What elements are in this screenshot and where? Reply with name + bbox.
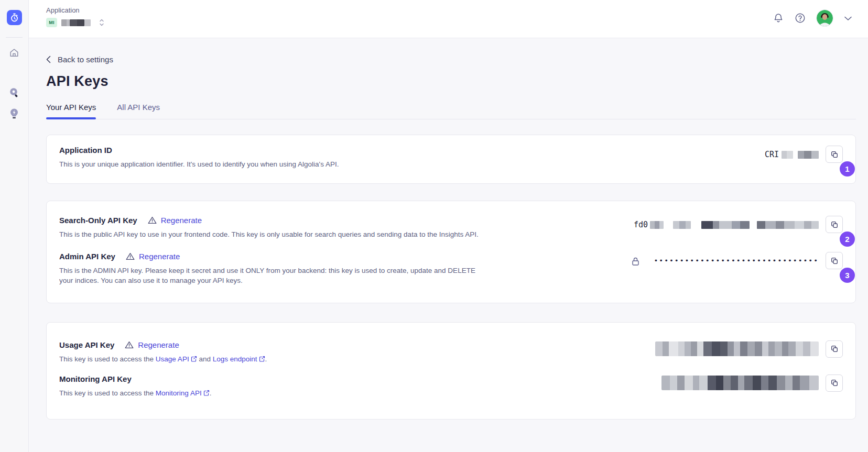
application-id-title: Application ID <box>59 146 112 155</box>
select-chevrons-icon <box>99 18 104 27</box>
monitoring-key-row: Monitoring API Key This key is used to a… <box>47 370 855 419</box>
usage-key-description: This key is used to access the Usage API… <box>59 354 267 364</box>
copy-application-id-button[interactable] <box>826 146 843 163</box>
back-to-settings-label: Back to settings <box>58 55 113 64</box>
usage-key-redacted-value <box>655 341 819 356</box>
usage-desc-suffix: . <box>265 355 267 363</box>
regenerate-usage-label: Regenerate <box>138 340 179 349</box>
copy-icon <box>830 150 839 159</box>
home-icon <box>9 48 19 58</box>
annotation-badge-1: 1 <box>840 161 855 177</box>
sidebar <box>0 0 29 452</box>
monitoring-key-redacted-value <box>661 376 819 390</box>
admin-key-masked-value: •••••••••••••••••••••••••••••••• <box>654 257 819 264</box>
bell-icon <box>773 13 784 24</box>
lock-icon <box>631 257 640 266</box>
usage-api-link[interactable]: Usage API <box>156 355 197 363</box>
regenerate-search-only-link[interactable]: Regenerate <box>148 216 202 225</box>
annotation-badge-3: 3 <box>840 268 855 283</box>
help-button[interactable] <box>795 13 806 24</box>
usage-desc-prefix: This key is used to access the <box>59 355 156 363</box>
copy-icon <box>830 379 839 387</box>
app-root: Application MI <box>0 0 868 452</box>
notifications-button[interactable] <box>773 13 784 24</box>
main-column: Application MI <box>29 0 868 452</box>
copy-icon <box>830 257 839 265</box>
app-logo-button[interactable] <box>7 10 22 25</box>
sidebar-item-ideas[interactable] <box>7 107 21 120</box>
logs-endpoint-link[interactable]: Logs endpoint <box>213 355 265 363</box>
monitoring-key-description: This key is used to access the Monitorin… <box>59 388 211 398</box>
monitoring-api-link[interactable]: Monitoring API <box>156 389 210 397</box>
external-link-icon <box>191 356 197 362</box>
chevron-left-icon <box>46 56 51 63</box>
search-only-key-title: Search-Only API Key <box>59 216 137 225</box>
back-to-settings-link[interactable]: Back to settings <box>46 55 113 64</box>
chevron-down-icon <box>844 16 852 21</box>
copy-usage-key-button[interactable] <box>826 340 843 358</box>
user-avatar[interactable] <box>817 10 833 26</box>
application-name-redacted <box>61 19 91 26</box>
sidebar-divider <box>6 37 23 38</box>
external-link-icon <box>203 390 210 396</box>
warning-triangle-icon <box>148 216 157 224</box>
copy-monitoring-key-button[interactable] <box>826 374 843 392</box>
monitoring-desc-suffix: . <box>210 389 212 397</box>
regenerate-admin-label: Regenerate <box>139 252 180 261</box>
application-selector-label: Application <box>46 6 104 14</box>
search-magnifier-icon <box>8 87 20 98</box>
help-icon <box>795 13 806 24</box>
account-menu-button[interactable] <box>844 16 852 21</box>
usage-desc-middle: and <box>197 355 213 363</box>
avatar-image <box>817 10 833 26</box>
stopwatch-logo-icon <box>10 13 19 22</box>
page-title: API Keys <box>46 73 856 90</box>
admin-key-title: Admin API Key <box>59 252 115 261</box>
search-only-key-value: fd0 <box>634 220 819 229</box>
tab-all-api-keys[interactable]: All API Keys <box>117 103 160 119</box>
monitoring-desc-prefix: This key is used to access the <box>59 389 156 397</box>
sidebar-item-home[interactable] <box>7 47 21 59</box>
regenerate-admin-link[interactable]: Regenerate <box>126 252 180 261</box>
copy-admin-key-button[interactable] <box>826 252 843 269</box>
external-link-icon <box>259 356 265 362</box>
warning-triangle-icon <box>126 252 135 260</box>
application-initials-chip: MI <box>46 18 57 27</box>
annotation-badge-2: 2 <box>840 231 855 247</box>
search-only-key-row: Search-Only API Key Regenerate This is <box>47 201 855 247</box>
usage-monitoring-card: Usage API Key Regenerate <box>46 322 856 420</box>
regenerate-usage-link[interactable]: Regenerate <box>125 340 179 349</box>
application-id-value: CRI <box>765 150 819 159</box>
topbar-actions <box>773 0 852 26</box>
application-selector[interactable]: Application MI <box>46 0 104 27</box>
usage-key-title: Usage API Key <box>59 340 114 349</box>
content-area: Back to settings API Keys Your API Keys … <box>29 38 868 452</box>
tab-your-api-keys[interactable]: Your API Keys <box>46 103 96 119</box>
api-keys-card: Search-Only API Key Regenerate This is <box>46 201 856 303</box>
warning-triangle-icon <box>125 341 134 349</box>
idea-bulb-icon <box>9 108 19 119</box>
admin-key-description: This is the ADMIN API key. Please keep i… <box>59 266 479 285</box>
monitoring-key-title: Monitoring API Key <box>59 374 132 383</box>
application-id-card: Application ID This is your unique appli… <box>46 135 856 184</box>
tabs-bar: Your API Keys All API Keys <box>46 103 856 119</box>
copy-search-only-key-button[interactable] <box>826 216 843 233</box>
admin-key-row: Admin API Key Regenerate This is the A <box>47 247 855 302</box>
copy-icon <box>830 345 839 353</box>
copy-icon <box>830 221 839 229</box>
application-id-description: This is your unique application identifi… <box>59 159 339 169</box>
topbar: Application MI <box>29 0 868 38</box>
usage-key-row: Usage API Key Regenerate <box>47 323 855 370</box>
search-only-key-description: This is the public API key to use in you… <box>59 229 479 239</box>
regenerate-search-only-label: Regenerate <box>161 216 202 225</box>
sidebar-item-search[interactable] <box>7 86 21 99</box>
